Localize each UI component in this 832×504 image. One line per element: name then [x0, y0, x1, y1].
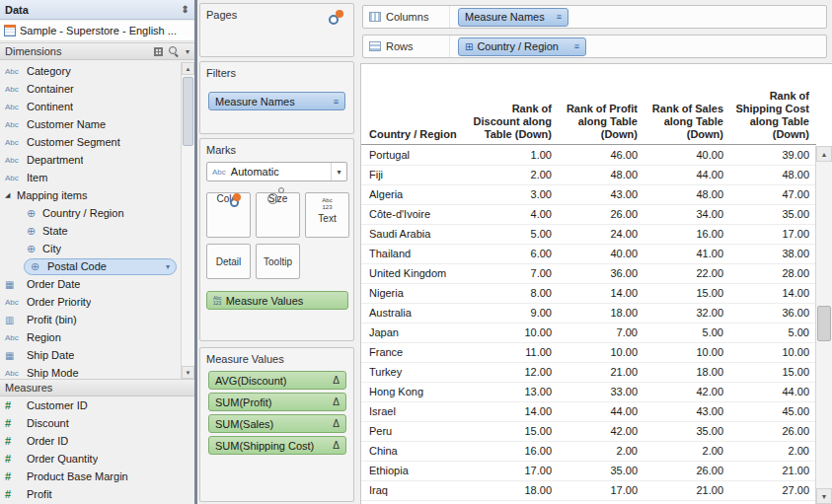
rank-profit-cell[interactable]: 48.00 [558, 166, 643, 184]
field-ship-date[interactable]: ▦ Ship Date [0, 346, 181, 364]
country-cell[interactable]: Saudi Arabia [361, 225, 472, 244]
rank-profit-cell[interactable]: 35.00 [558, 462, 643, 480]
country-cell[interactable]: Iraq [361, 481, 472, 500]
table-row[interactable]: Algeria 3.00 43.00 48.00 47.00 [361, 185, 816, 205]
rows-pill-country-region[interactable]: ⊞ Country / Region ≡ [458, 37, 586, 56]
rank-shipping-cost-cell[interactable]: 10.00 [729, 343, 815, 362]
rank-sales-cell[interactable]: 15.00 [643, 284, 729, 303]
measure-values-pill[interactable]: AVG(Discount) Δ [208, 371, 346, 390]
color-button[interactable]: Color [206, 192, 251, 238]
table-row[interactable]: Japan 10.00 7.00 5.00 5.00 [361, 324, 816, 343]
rank-sales-cell[interactable]: 26.00 [643, 462, 729, 480]
rank-profit-cell[interactable]: 21.00 [558, 363, 643, 382]
swap-panes-icon[interactable]: ⇕ [182, 4, 189, 15]
search-icon[interactable] [169, 46, 180, 57]
selected-field-highlight[interactable]: ⊕ Postal Code ▾ [24, 258, 177, 275]
rank-profit-cell[interactable]: 24.00 [558, 225, 643, 244]
measure-values-card[interactable]: Measure Values AVG(Discount) Δ SUM(Profi… [199, 347, 354, 502]
country-cell[interactable]: Algeria [361, 185, 472, 204]
rank-profit-cell[interactable]: 7.00 [558, 324, 643, 342]
rank-discount-cell[interactable]: 7.00 [472, 264, 558, 283]
rank-sales-cell[interactable]: 5.00 [643, 324, 729, 342]
marks-pill-measure-values[interactable]: Abc 123 Measure Values [206, 291, 348, 310]
rank-sales-cell[interactable]: 22.00 [643, 264, 729, 283]
field-country-region[interactable]: ⊕ Country / Region [0, 204, 181, 222]
row-header-country-region[interactable]: Country / Region [361, 128, 472, 144]
columns-pill-measure-names[interactable]: Measure Names ≡ [458, 8, 568, 27]
rank-profit-cell[interactable]: 44.00 [558, 402, 643, 421]
country-cell[interactable]: Hong Kong [361, 383, 472, 401]
measure-field-row[interactable]: # Product Base Margin [0, 468, 194, 485]
rank-shipping-cost-cell[interactable]: 44.00 [729, 383, 815, 401]
rank-discount-cell[interactable]: 18.00 [472, 481, 558, 500]
chevron-down-icon[interactable]: ▾ [331, 163, 346, 180]
table-row[interactable]: Israel 14.00 44.00 43.00 45.00 [361, 402, 816, 422]
rank-discount-cell[interactable]: 10.00 [472, 324, 558, 342]
rank-discount-cell[interactable]: 14.00 [472, 402, 558, 421]
rank-shipping-cost-cell[interactable]: 47.00 [729, 185, 815, 204]
rank-discount-cell[interactable]: 3.00 [472, 185, 558, 204]
table-row[interactable]: Ethiopia 17.00 35.00 26.00 21.00 [361, 462, 816, 481]
rank-discount-cell[interactable]: 13.00 [472, 383, 558, 401]
country-cell[interactable]: France [361, 343, 472, 362]
rank-sales-cell[interactable]: 44.00 [643, 166, 729, 184]
rank-discount-cell[interactable]: 2.00 [472, 166, 558, 184]
measure-field-row[interactable]: # Profit [0, 485, 194, 503]
rank-shipping-cost-cell[interactable]: 14.00 [729, 284, 815, 303]
expand-hierarchy-icon[interactable]: ⊞ [465, 41, 473, 52]
rank-discount-cell[interactable]: 15.00 [472, 422, 558, 441]
country-cell[interactable]: Israel [361, 402, 472, 421]
rank-discount-cell[interactable]: 12.00 [472, 363, 558, 382]
country-cell[interactable]: Nigeria [361, 284, 472, 303]
chevron-down-icon[interactable]: ▾ [166, 262, 170, 271]
rank-profit-cell[interactable]: 2.00 [558, 442, 643, 461]
rank-profit-cell[interactable]: 26.00 [558, 205, 643, 224]
measure-values-pill[interactable]: SUM(Sales) Δ [208, 414, 346, 433]
column-header-rank-shipping-cost[interactable]: Rank of Shipping Cost along Table (Down) [729, 90, 815, 144]
measure-field-row[interactable]: # Discount [0, 414, 194, 432]
rank-sales-cell[interactable]: 32.00 [643, 304, 729, 323]
measure-field-row[interactable]: # Order Quantity [0, 450, 194, 468]
country-cell[interactable]: China [361, 442, 472, 461]
filters-card[interactable]: Filters Measure Names ≡ [199, 61, 354, 134]
country-cell[interactable]: Turkey [361, 363, 472, 382]
table-row[interactable]: Portugal 1.00 46.00 40.00 39.00 [361, 146, 816, 166]
measure-values-pill[interactable]: SUM(Shipping Cost) Δ [208, 436, 346, 455]
rank-shipping-cost-cell[interactable]: 27.00 [729, 481, 815, 500]
country-cell[interactable]: Thailand [361, 245, 472, 263]
table-row[interactable]: Peru 15.00 42.00 35.00 26.00 [361, 422, 816, 442]
field-department[interactable]: Abc Department [0, 151, 181, 169]
rank-sales-cell[interactable]: 42.00 [643, 383, 729, 401]
table-row[interactable]: Turkey 12.00 21.00 18.00 15.00 [361, 363, 816, 383]
rank-profit-cell[interactable]: 40.00 [558, 245, 643, 263]
country-cell[interactable]: Fiji [361, 166, 472, 184]
rank-profit-cell[interactable]: 43.00 [558, 185, 643, 204]
rank-discount-cell[interactable]: 4.00 [472, 205, 558, 224]
country-cell[interactable]: Australia [361, 304, 472, 323]
rank-discount-cell[interactable]: 1.00 [472, 146, 558, 165]
scrollbar-thumb[interactable] [817, 306, 831, 341]
table-row[interactable]: Fiji 2.00 48.00 44.00 48.00 [361, 166, 816, 185]
rank-sales-cell[interactable]: 16.00 [643, 225, 729, 244]
column-header-rank-sales[interactable]: Rank of Sales along Table (Down) [643, 103, 729, 144]
text-button[interactable]: Abc 123 Text [305, 192, 349, 238]
table-row[interactable]: Nigeria 8.00 14.00 15.00 14.00 [361, 284, 816, 304]
field-customer-name[interactable]: Abc Customer Name [0, 115, 181, 133]
chevron-down-icon[interactable]: ▾ [186, 47, 189, 56]
field-continent[interactable]: Abc Continent [0, 98, 181, 115]
table-row[interactable]: Australia 9.00 18.00 32.00 36.00 [361, 304, 816, 324]
rank-shipping-cost-cell[interactable]: 39.00 [729, 146, 815, 165]
country-cell[interactable]: Japan [361, 324, 472, 342]
measure-field-row[interactable]: # Order ID [0, 432, 194, 450]
field-profit-bin[interactable]: ▥ Profit (bin) [0, 311, 181, 328]
datasource-item[interactable]: Sample - Superstore - English ... [0, 21, 194, 41]
field-item[interactable]: Abc Item [0, 169, 181, 186]
size-button[interactable]: Size [256, 192, 300, 238]
rank-shipping-cost-cell[interactable]: 28.00 [729, 264, 815, 283]
rank-shipping-cost-cell[interactable]: 45.00 [729, 402, 815, 421]
rank-discount-cell[interactable]: 6.00 [472, 245, 558, 263]
measure-field-row[interactable]: # Customer ID [0, 396, 194, 414]
rank-shipping-cost-cell[interactable]: 38.00 [729, 245, 815, 263]
rank-profit-cell[interactable]: 46.00 [558, 146, 643, 165]
table-row[interactable]: Iraq 18.00 17.00 21.00 27.00 [361, 481, 816, 501]
